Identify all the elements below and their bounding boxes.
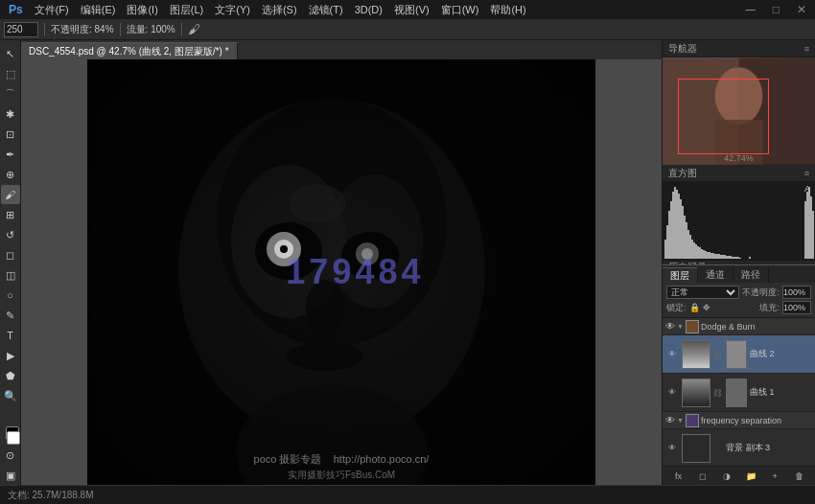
layer-new-btn[interactable]: +	[767, 470, 782, 483]
layer-group-freq[interactable]: 👁 ▼ frequency separation	[663, 412, 815, 429]
lock-px-icon[interactable]: 🔒	[689, 303, 700, 312]
svg-rect-58	[732, 257, 734, 259]
tool-dodge[interactable]: ○	[1, 286, 20, 305]
canvas-image[interactable]: 179484 poco 摄影专题 http://photo.poco.cn/ 实…	[21, 59, 662, 485]
layer-delete-btn[interactable]: 🗑	[791, 470, 806, 483]
svg-rect-27	[672, 192, 674, 259]
blend-mode-select[interactable]: 正常	[666, 286, 739, 299]
opacity-input[interactable]	[782, 286, 811, 299]
window-close[interactable]: ✕	[792, 3, 811, 16]
menu-file[interactable]: 文件(F)	[30, 3, 74, 17]
histogram-menu-icon[interactable]: ≡	[804, 169, 809, 178]
layer-eye-curve1[interactable]: 👁	[665, 386, 679, 400]
layer-mask-btn[interactable]: ◻	[695, 470, 710, 483]
layer-name-curve1: 曲线 1	[750, 386, 812, 399]
layer-thumb-curve2	[682, 340, 710, 369]
tab-bar: DSC_4554.psd @ 42.7% (曲线 2, 图层蒙版/*) *	[21, 40, 662, 59]
quick-mask[interactable]: ⊙	[1, 446, 20, 465]
tool-path-select[interactable]: ▶	[1, 346, 20, 365]
menu-layer[interactable]: 图层(L)	[165, 3, 208, 17]
layer-mask-curve1	[726, 378, 747, 407]
tool-pen[interactable]: ✎	[1, 306, 20, 325]
svg-rect-57	[730, 256, 732, 259]
lock-label: 锁定:	[666, 302, 687, 314]
tab-channels[interactable]: 通道	[698, 267, 734, 283]
face-svg	[87, 59, 595, 485]
brush-icon[interactable]: 🖌	[188, 22, 200, 36]
svg-rect-35	[687, 230, 689, 259]
menu-type[interactable]: 文字(Y)	[210, 3, 255, 17]
tool-history-brush[interactable]: ↺	[1, 225, 20, 244]
navigator-controls: ≡	[804, 44, 809, 54]
layer-item-curve1[interactable]: 👁 ⛓ 曲线 1	[663, 374, 815, 412]
navigator-title: 导航器	[668, 42, 697, 56]
tool-crop[interactable]: ⊡	[1, 125, 20, 144]
tool-move[interactable]: ↖	[1, 44, 20, 63]
tool-clone[interactable]: ⊞	[1, 205, 20, 224]
menu-filter[interactable]: 滤镜(T)	[304, 3, 348, 17]
histogram-canvas: A	[663, 182, 815, 261]
menu-help[interactable]: 帮助(H)	[485, 3, 530, 17]
layer-item-bg3[interactable]: 👁 背景 副本 3	[663, 429, 815, 466]
screen-mode[interactable]: ▣	[1, 466, 20, 485]
brush-size-input[interactable]	[4, 22, 38, 37]
window-maximize[interactable]: □	[768, 3, 784, 16]
svg-rect-50	[716, 254, 718, 259]
menu-edit[interactable]: 编辑(E)	[76, 3, 121, 17]
layer-name-bg3: 背景 副本 3	[726, 442, 812, 454]
layer-eye-bg3[interactable]: 👁	[665, 442, 679, 455]
lock-pos-icon[interactable]: ✥	[703, 303, 710, 312]
tool-eyedropper[interactable]: ✒	[1, 145, 20, 164]
group-eye-1[interactable]: 👁	[665, 321, 675, 332]
tool-lasso[interactable]: ⌒	[1, 84, 20, 103]
svg-rect-31	[680, 199, 682, 259]
group-eye-2[interactable]: 👁	[665, 415, 675, 425]
tool-text[interactable]: T	[1, 326, 20, 345]
layer-group-btn[interactable]: 📁	[743, 470, 758, 483]
nav-thumb-image: 42.74%	[663, 57, 815, 165]
menu-image[interactable]: 图像(I)	[122, 3, 162, 17]
menu-3d[interactable]: 3D(D)	[350, 4, 387, 15]
layer-eye-curve2[interactable]: 👁	[665, 348, 679, 361]
menu-view[interactable]: 视图(V)	[389, 3, 434, 17]
histogram-controls: ≡	[804, 169, 809, 178]
tool-zoom[interactable]: 🔍	[1, 386, 20, 405]
canvas-tab[interactable]: DSC_4554.psd @ 42.7% (曲线 2, 图层蒙版/*) *	[21, 42, 238, 59]
layer-group-dodge-burn[interactable]: 👁 ▼ Dodge & Burn	[663, 318, 815, 335]
window-minimize[interactable]: ─	[741, 2, 760, 17]
layer-item-curve2[interactable]: 👁 ⛓ 曲线 2	[663, 335, 815, 374]
toolbar-left: ↖ ⬚ ⌒ ✱ ⊡ ✒ ⊕ 🖌 ⊞ ↺ ◻ ◫ ○ ✎ T ▶ ⬟ 🔍 ⊙ ▣	[0, 40, 21, 485]
navigator-panel: 导航器 ≡ 42.74%	[663, 40, 815, 165]
tool-shape[interactable]: ⬟	[1, 366, 20, 385]
tool-brush[interactable]: 🖌	[1, 185, 20, 204]
blend-mode-row: 正常 不透明度:	[666, 286, 811, 299]
tab-paths[interactable]: 路径	[734, 267, 769, 283]
brush-size-field[interactable]	[4, 22, 38, 37]
background-color[interactable]	[7, 431, 20, 445]
canvas-area: DSC_4554.psd @ 42.7% (曲线 2, 图层蒙版/*) *	[21, 40, 662, 485]
nav-selection-box	[678, 79, 769, 153]
group-triangle-1[interactable]: ▼	[677, 323, 684, 330]
svg-rect-46	[709, 252, 710, 259]
menu-window[interactable]: 窗口(W)	[436, 3, 484, 17]
group-name-dodge-burn: Dodge & Burn	[701, 322, 756, 332]
group-triangle-2[interactable]: ▼	[677, 417, 684, 424]
tool-quick-select[interactable]: ✱	[1, 104, 20, 124]
tab-layers[interactable]: 图层	[663, 267, 698, 283]
navigator-thumbnail[interactable]: 42.74%	[663, 57, 815, 165]
layer-chain-curve2: ⛓	[713, 350, 723, 359]
tool-select-rect[interactable]: ⬚	[1, 64, 20, 83]
fill-input[interactable]	[782, 301, 811, 314]
tool-gradient[interactable]: ◫	[1, 265, 20, 285]
tool-spot-heal[interactable]: ⊕	[1, 165, 20, 184]
tool-eraser[interactable]: ◻	[1, 245, 20, 264]
layer-adjust-btn[interactable]: ◑	[719, 470, 734, 483]
layer-fx-btn[interactable]: fx	[671, 470, 687, 483]
navigator-menu-icon[interactable]: ≡	[804, 44, 809, 54]
svg-rect-44	[705, 251, 707, 259]
fill-label: 填充:	[759, 302, 780, 314]
layers-list[interactable]: 👁 ▼ Dodge & Burn 👁 ⛓ 曲线 2 👁 ⛓ 曲线 1 👁 ▼ f	[663, 318, 815, 466]
menu-select[interactable]: 选择(S)	[257, 3, 302, 17]
svg-rect-48	[712, 253, 714, 259]
svg-text:A: A	[804, 184, 810, 194]
